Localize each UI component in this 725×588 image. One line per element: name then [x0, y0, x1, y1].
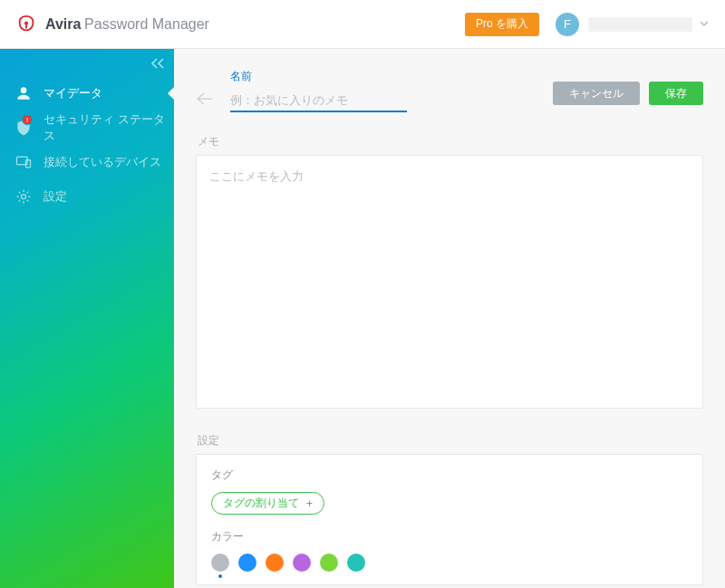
app-header: Avira Password Manager Pro を購入 F — [0, 0, 725, 49]
color-swatch-purple[interactable] — [293, 554, 311, 572]
buy-pro-button[interactable]: Pro を購入 — [465, 13, 539, 36]
user-menu-chevron-icon[interactable] — [700, 17, 709, 31]
memo-textarea[interactable] — [196, 155, 703, 409]
devices-icon — [14, 153, 33, 171]
assign-tag-label: タグの割り当て — [223, 496, 299, 511]
sidebar: マイデータ ! セキュリティ ステータス 接続しているデバイス 設定 — [0, 49, 174, 588]
alert-badge-icon: ! — [22, 114, 33, 125]
sidebar-item-security-status[interactable]: ! セキュリティ ステータス — [0, 111, 174, 145]
avira-logo-icon — [16, 14, 36, 34]
person-icon — [14, 84, 33, 102]
name-input[interactable] — [230, 90, 407, 112]
sidebar-item-settings[interactable]: 設定 — [0, 179, 174, 214]
color-swatch-grey[interactable] — [211, 554, 229, 572]
user-name-placeholder — [588, 17, 692, 32]
assign-tag-button[interactable]: タグの割り当て + — [211, 492, 324, 515]
gear-icon — [14, 188, 33, 206]
settings-section-label: 設定 — [198, 433, 703, 448]
main-panel: 名前 キャンセル 保存 メモ 設定 タグ タグの割り当て + カラー — [174, 49, 725, 588]
save-button[interactable]: 保存 — [649, 82, 703, 105]
svg-rect-3 — [26, 160, 31, 168]
cancel-button[interactable]: キャンセル — [553, 82, 640, 105]
svg-point-4 — [22, 195, 26, 199]
brand-name: Avira — [45, 16, 81, 32]
name-field-label: 名前 — [230, 69, 407, 84]
brand-subtitle: Password Manager — [84, 16, 209, 32]
back-arrow-icon[interactable] — [196, 89, 214, 110]
brand-title: Avira Password Manager — [45, 16, 209, 33]
color-swatch-teal[interactable] — [347, 554, 365, 572]
user-avatar[interactable]: F — [556, 13, 579, 36]
color-swatch-green[interactable] — [320, 554, 338, 572]
sidebar-collapse-icon[interactable] — [150, 56, 165, 72]
settings-panel: タグ タグの割り当て + カラー — [196, 454, 703, 585]
color-swatch-blue[interactable] — [238, 554, 256, 572]
sidebar-item-label: マイデータ — [44, 85, 102, 101]
plus-icon: + — [306, 497, 313, 510]
color-swatch-orange[interactable] — [266, 554, 284, 572]
memo-section-label: メモ — [198, 134, 703, 149]
sidebar-item-my-data[interactable]: マイデータ — [0, 76, 174, 111]
sidebar-item-label: 接続しているデバイス — [44, 154, 161, 170]
sidebar-item-label: セキュリティ ステータス — [44, 111, 174, 144]
tag-label: タグ — [211, 468, 688, 483]
sidebar-item-connected-devices[interactable]: 接続しているデバイス — [0, 145, 174, 179]
svg-rect-1 — [25, 24, 27, 29]
color-swatch-row — [211, 554, 688, 572]
sidebar-item-label: 設定 — [44, 188, 67, 205]
color-label: カラー — [211, 529, 688, 545]
